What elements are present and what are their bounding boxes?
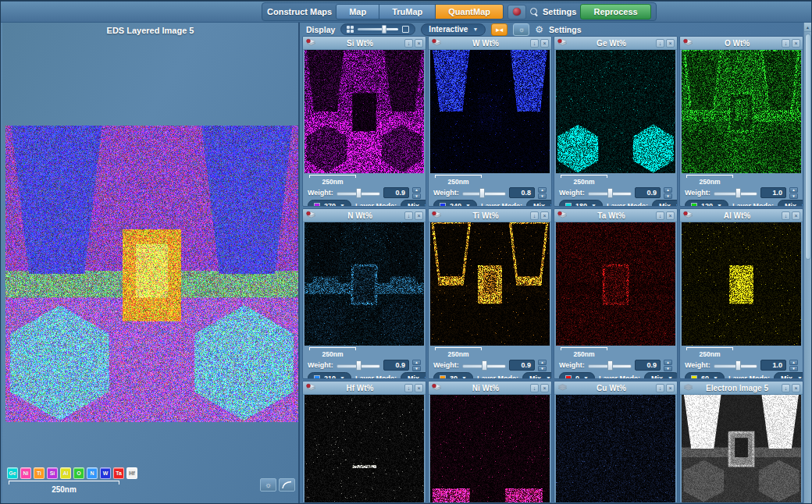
export-map-button[interactable]: ↓	[782, 39, 790, 48]
eds-map-image[interactable]	[556, 222, 675, 346]
map-panel-header[interactable]: Ge Wt% ↓ ×	[554, 37, 677, 50]
stepper-up-icon[interactable]: ▲	[412, 360, 421, 365]
color-dropdown[interactable]: 120 ▼	[685, 200, 728, 207]
eds-map-image[interactable]	[556, 50, 675, 173]
weight-value[interactable]: 0.8	[509, 187, 535, 198]
export-map-button[interactable]: ↓	[530, 39, 539, 48]
close-map-button[interactable]: ×	[792, 384, 800, 392]
weight-stepper[interactable]: ▲ ▼	[664, 360, 672, 371]
eds-map-image[interactable]	[430, 222, 550, 346]
weight-slider-thumb[interactable]	[607, 188, 613, 198]
weight-slider-thumb[interactable]	[735, 188, 741, 198]
layer-mode-dropdown[interactable]: Mix ▼	[401, 372, 426, 379]
map-panel-header[interactable]: Ni Wt% ↓ ×	[429, 382, 551, 395]
color-dropdown[interactable]: 180 ▼	[559, 200, 603, 207]
export-map-button[interactable]: ↓	[404, 211, 413, 220]
eds-map-image[interactable]	[430, 50, 550, 173]
map-panel-header[interactable]: O Wt% ↓ ×	[680, 37, 803, 50]
legend-chip-hf[interactable]: Hf	[126, 467, 137, 479]
stepper-down-icon[interactable]: ▼	[412, 193, 421, 199]
export-map-button[interactable]: ↓	[404, 39, 413, 48]
weight-slider[interactable]	[337, 188, 380, 198]
map-panel-header[interactable]: Ti Wt% ↓ ×	[429, 209, 551, 222]
stepper-up-icon[interactable]: ▲	[412, 187, 421, 193]
export-map-button[interactable]: ↓	[656, 211, 664, 220]
legend-chip-al[interactable]: Al	[60, 467, 71, 479]
weight-value[interactable]: 0.9	[635, 360, 661, 371]
color-dropdown[interactable]: 30 ▼	[433, 372, 473, 379]
close-map-button[interactable]: ×	[666, 39, 675, 48]
layer-mode-dropdown[interactable]: Mix ▼	[774, 372, 803, 379]
weight-slider[interactable]	[588, 360, 632, 371]
weight-slider-thumb[interactable]	[356, 360, 361, 371]
layer-mode-dropdown[interactable]: Mix ▼	[522, 372, 552, 379]
layer-mode-dropdown[interactable]: Mix ▼	[401, 200, 426, 207]
weight-value[interactable]: 1.0	[760, 187, 786, 198]
export-map-button[interactable]: ↓	[530, 384, 539, 392]
weight-slider-thumb[interactable]	[607, 360, 613, 371]
weight-stepper[interactable]: ▲ ▼	[664, 187, 672, 198]
stepper-down-icon[interactable]: ▼	[538, 193, 547, 199]
view-mode-dropdown[interactable]: Interactive ▼	[421, 23, 486, 36]
legend-chip-ni[interactable]: Ni	[20, 467, 31, 479]
map-panel-header[interactable]: W Wt% ↓ ×	[429, 37, 551, 50]
map-panel-header[interactable]: N Wt% ↓ ×	[303, 209, 426, 222]
close-map-button[interactable]: ×	[792, 39, 800, 48]
weight-slider[interactable]	[462, 188, 506, 198]
auto-brightness-button[interactable]: ☼	[513, 23, 529, 36]
size-slider-track[interactable]	[358, 28, 398, 30]
map-panel-header[interactable]: Ta Wt% ↓ ×	[554, 209, 677, 222]
weight-slider[interactable]	[714, 360, 757, 371]
map-panel-header[interactable]: Electron Image 5 ↓ ×	[680, 382, 803, 395]
legend-chip-w[interactable]: W	[100, 467, 111, 479]
link-maps-button[interactable]: ▸◂	[491, 23, 508, 36]
stepper-up-icon[interactable]: ▲	[538, 360, 547, 365]
vertical-scrollbar[interactable]: ▲	[803, 23, 811, 504]
color-dropdown[interactable]: 270 ▼	[308, 200, 351, 207]
scrollbar-thumb[interactable]	[805, 34, 811, 260]
eds-map-image[interactable]	[682, 222, 801, 346]
map-panel-header[interactable]: Si Wt% ↓ ×	[303, 37, 426, 50]
tab-trumap[interactable]: TruMap	[379, 5, 436, 19]
legend-chip-ti[interactable]: Ti	[34, 467, 45, 479]
weight-stepper[interactable]: ▲ ▼	[789, 187, 798, 198]
eds-map-image[interactable]	[304, 222, 424, 346]
close-map-button[interactable]: ×	[792, 211, 800, 220]
legend-chip-ta[interactable]: Ta	[113, 467, 124, 479]
weight-slider[interactable]	[714, 188, 757, 198]
weight-value[interactable]: 0.9	[383, 187, 409, 198]
eds-map-image[interactable]	[556, 395, 675, 502]
reprocess-button[interactable]: Reprocess	[580, 4, 650, 20]
stepper-up-icon[interactable]: ▲	[664, 360, 672, 365]
legend-chip-o[interactable]: O	[73, 467, 84, 479]
export-map-button[interactable]: ↓	[782, 384, 790, 392]
thumbnail-size-slider[interactable]	[340, 23, 415, 35]
weight-value[interactable]: 0.9	[635, 187, 661, 198]
weight-slider[interactable]	[337, 360, 380, 371]
scroll-up-button[interactable]: ▲	[804, 23, 811, 32]
close-map-button[interactable]: ×	[666, 211, 675, 220]
weight-stepper[interactable]: ▲ ▼	[789, 360, 798, 371]
toolbar-settings-label[interactable]: Settings	[543, 7, 576, 16]
map-panel-header[interactable]: Al Wt% ↓ ×	[680, 209, 803, 222]
display-settings-label[interactable]: Settings	[549, 25, 581, 34]
export-map-button[interactable]: ↓	[404, 384, 413, 392]
weight-slider-thumb[interactable]	[735, 360, 741, 371]
weight-stepper[interactable]: ▲ ▼	[412, 187, 421, 198]
layer-mode-dropdown[interactable]: Mix ▼	[644, 372, 678, 379]
stepper-down-icon[interactable]: ▼	[789, 193, 798, 199]
stepper-down-icon[interactable]: ▼	[412, 366, 421, 371]
tab-map[interactable]: Map	[337, 5, 379, 19]
stepper-down-icon[interactable]: ▼	[664, 366, 672, 371]
close-map-button[interactable]: ×	[540, 211, 549, 220]
eds-map-image[interactable]	[304, 395, 424, 502]
stepper-up-icon[interactable]: ▲	[538, 187, 547, 193]
stepper-up-icon[interactable]: ▲	[664, 187, 672, 193]
weight-slider-thumb[interactable]	[482, 360, 487, 371]
export-map-button[interactable]: ↓	[656, 39, 664, 48]
legend-chip-si[interactable]: Si	[47, 467, 58, 479]
brightness-contrast-button[interactable]: ☼	[260, 478, 276, 492]
weight-stepper[interactable]: ▲ ▼	[538, 360, 547, 371]
stepper-down-icon[interactable]: ▼	[789, 366, 798, 371]
weight-slider-thumb[interactable]	[356, 188, 361, 198]
